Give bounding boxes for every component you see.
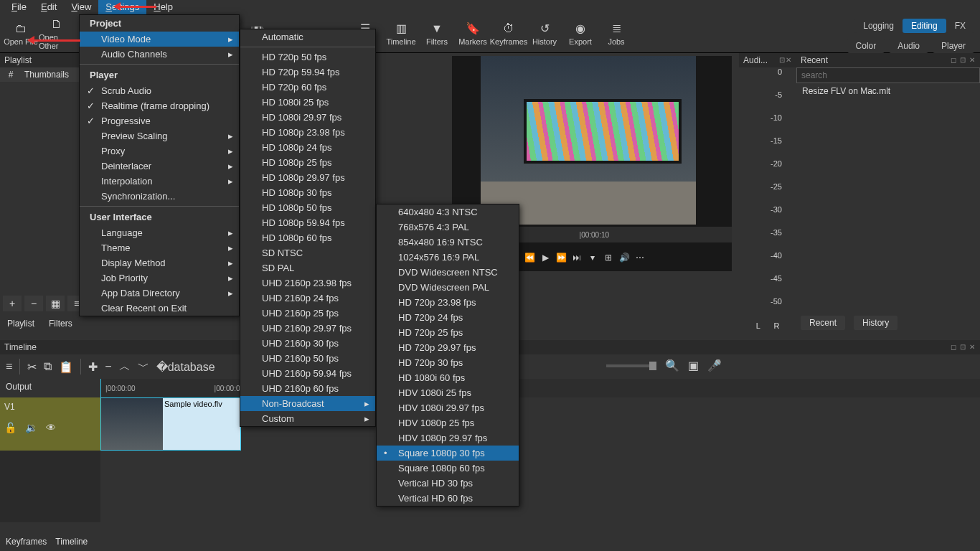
menu-proxy[interactable]: Proxy▸ [80,143,239,159]
video-mode-option[interactable]: UHD 2160p 60 fps [240,381,375,396]
zoom-menu-icon[interactable]: ▾ [588,253,598,263]
non-broadcast-option[interactable]: HD 720p 30 fps [377,355,519,370]
video-mode-option[interactable]: UHD 2160p 50 fps [240,351,375,366]
video-mode-option[interactable]: HD 1080i 29.97 fps [240,110,375,125]
video-mode-option[interactable]: HD 720p 60 fps [240,80,375,95]
tab-filters[interactable]: Filters [44,317,77,330]
video-mode-option[interactable]: HD 1080p 50 fps [240,200,375,215]
tab-color[interactable]: Color [847,39,885,53]
video-mode-option[interactable]: Custom▸ [240,411,375,426]
timeline-ruler[interactable]: |00:00:00 |00:00:0 [100,379,980,397]
menu-file[interactable]: File [4,0,34,14]
video-mode-option[interactable]: HD 1080p 60 fps [240,230,375,245]
video-mode-option[interactable]: HD 1080p 30 fps [240,185,375,200]
timeline-tracks[interactable]: |00:00:00 |00:00:0 Sample video.flv [100,379,980,522]
recent-search-input[interactable] [796,67,980,83]
menu-language[interactable]: Language▸ [80,225,239,240]
menu-job-priority[interactable]: Job Priority▸ [80,270,239,286]
playlist-view-button[interactable]: ▦ [46,296,65,311]
tab-editing[interactable]: Editing [903,19,946,33]
video-mode-option[interactable]: HD 720p 59.94 fps [240,65,375,80]
non-broadcast-option[interactable]: 854x480 16:9 NTSC [377,235,519,250]
cut-icon[interactable]: ✂ [27,360,37,374]
tab-audio[interactable]: Audio [889,39,928,53]
record-audio-icon[interactable]: 🎤 [707,359,722,372]
menu-realtime[interactable]: ✓Realtime (frame dropping) [80,98,239,113]
non-broadcast-option[interactable]: HD 720p 25 fps [377,325,519,340]
non-broadcast-option[interactable]: 768x576 4:3 PAL [377,220,519,235]
menu-preview-scaling[interactable]: Preview Scaling▸ [80,128,239,143]
video-mode-option[interactable]: UHD 2160p 29.97 fps [240,321,375,336]
non-broadcast-option[interactable]: HDV 1080p 25 fps [377,415,519,430]
overwrite-icon[interactable]: ﹀ [138,359,149,375]
non-broadcast-option[interactable]: HD 720p 24 fps [377,310,519,325]
non-broadcast-option[interactable]: HD 720p 29.97 fps [377,340,519,355]
video-mode-option[interactable]: UHD 2160p 25 fps [240,306,375,321]
grid-icon[interactable]: ⊞ [603,253,613,263]
video-mode-option[interactable]: UHD 2160p 30 fps [240,336,375,351]
menu-video-mode[interactable]: Video Mode▸ [80,32,239,47]
video-mode-option[interactable]: HD 1080p 59.94 fps [240,215,375,230]
menu-clear-recent[interactable]: Clear Recent on Exit [80,301,239,316]
playlist-add-button[interactable]: + [3,296,22,311]
output-track-header[interactable]: Output [0,379,100,397]
video-mode-option[interactable]: HD 1080p 23.98 fps [240,125,375,140]
remove-icon[interactable]: − [105,360,111,373]
video-mode-option[interactable]: UHD 2160p 23.98 fps [240,276,375,291]
lift-icon[interactable]: ︿ [119,359,131,375]
recent-item[interactable]: Resize FLV on Mac.mlt [796,83,980,99]
menu-interpolation[interactable]: Interpolation▸ [80,174,239,189]
tab-fx[interactable]: FX [946,19,974,33]
paste-icon[interactable]: 📋 [59,360,73,374]
copy-icon[interactable]: ⧉ [44,360,52,373]
append-icon[interactable]: ✚ [88,360,98,374]
non-broadcast-option[interactable]: HDV 1080i 29.97 fps [377,400,519,415]
menu-deinterlacer[interactable]: Deinterlacer▸ [80,159,239,174]
zoom-fit-icon[interactable]: ▣ [688,359,699,372]
menu-audio-channels[interactable]: Audio Channels▸ [80,47,239,62]
non-broadcast-option[interactable]: Square 1080p 60 fps [377,461,519,476]
video-mode-option[interactable]: Automatic [240,29,375,44]
tab-logging[interactable]: Logging [854,19,903,33]
markers-button[interactable]: 🔖Markers [455,22,491,46]
non-broadcast-option[interactable]: HD 720p 23.98 fps [377,295,519,310]
history-button[interactable]: ↺History [527,22,562,46]
timeline-clip[interactable]: Sample video.flv [100,397,241,451]
rewind-icon[interactable]: ⏪ [524,253,534,263]
volume-icon[interactable]: 🔊 [619,253,629,263]
video-mode-option[interactable]: SD NTSC [240,245,375,260]
menu-synchronization[interactable]: Synchronization... [80,189,239,204]
non-broadcast-option[interactable]: DVD Widescreen PAL [377,280,519,295]
tab-history[interactable]: History [854,316,897,330]
menu-view[interactable]: View [64,0,98,14]
menu-display-method[interactable]: Display Method▸ [80,255,239,270]
tab-keyframes[interactable]: Keyframes [6,537,47,547]
video-mode-option[interactable]: HD 1080i 25 fps [240,95,375,110]
menu-progressive[interactable]: ✓Progressive [80,113,239,128]
lock-icon[interactable]: 🔓 [4,422,17,433]
menu-scrub-audio[interactable]: ✓Scrub Audio [80,83,239,98]
non-broadcast-option[interactable]: DVD Widescreen NTSC [377,265,519,280]
menu-app-data[interactable]: App Data Directory▸ [80,286,239,301]
play-icon[interactable]: ▶ [540,253,550,263]
non-broadcast-option[interactable]: Vertical HD 30 fps [377,476,519,491]
hamburger-icon[interactable]: ≡ [6,360,12,373]
filters-button[interactable]: ▼Filters [419,22,455,46]
tab-player[interactable]: Player [933,39,974,53]
video-mode-option[interactable]: HD 1080p 24 fps [240,140,375,155]
video-mode-option[interactable]: Non-Broadcast▸ [240,396,375,411]
tab-recent[interactable]: Recent [801,316,845,330]
tab-timeline[interactable]: Timeline [55,537,88,547]
skip-end-icon[interactable]: ⏭ [572,253,582,263]
keyframes-button[interactable]: ⏱Keyframes [491,22,527,46]
playlist-remove-button[interactable]: − [24,296,43,311]
non-broadcast-option[interactable]: HD 1080i 60 fps [377,370,519,385]
non-broadcast-option[interactable]: 1024x576 16:9 PAL [377,250,519,265]
zoom-in-icon[interactable]: 🔍 [665,359,679,372]
zoom-slider[interactable] [606,364,656,367]
preview-video[interactable] [481,56,696,225]
timeline-button[interactable]: ▥Timeline [383,22,419,46]
non-broadcast-option[interactable]: 640x480 4:3 NTSC [377,204,519,220]
video-mode-option[interactable]: UHD 2160p 24 fps [240,291,375,306]
tab-playlist[interactable]: Playlist [3,317,39,330]
